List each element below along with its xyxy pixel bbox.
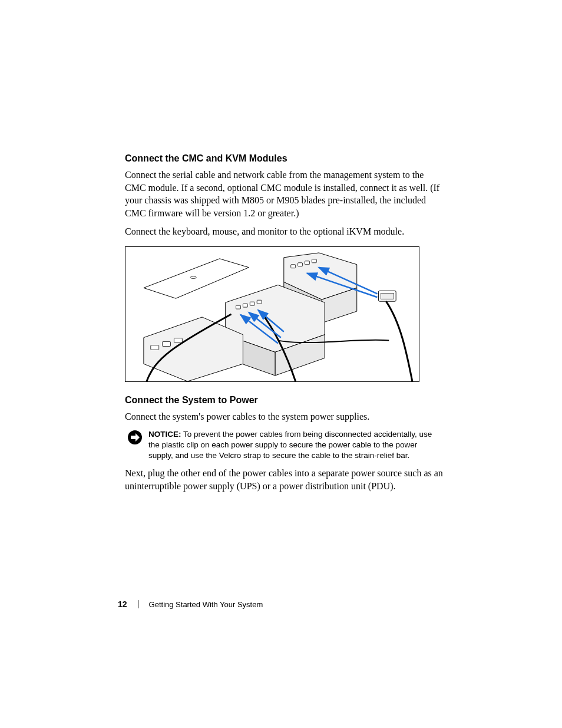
svg-rect-7 xyxy=(305,261,310,265)
heading-connect-cmc-kvm: Connect the CMC and KVM Modules xyxy=(125,153,443,164)
notice-text: NOTICE: To prevent the power cables from… xyxy=(148,429,443,462)
footer-divider xyxy=(138,600,138,608)
svg-rect-13 xyxy=(243,304,247,307)
page-footer: 12 Getting Started With Your System xyxy=(118,599,263,609)
figure-cmc-kvm-diagram xyxy=(125,246,419,382)
svg-rect-17 xyxy=(151,345,159,350)
page-number: 12 xyxy=(118,599,127,609)
svg-marker-0 xyxy=(144,259,249,298)
paragraph-power-2: Next, plug the other end of the power ca… xyxy=(125,467,443,492)
paragraph-cmc-1: Connect the serial cable and network cab… xyxy=(125,169,443,219)
svg-rect-15 xyxy=(257,300,262,304)
svg-rect-21 xyxy=(381,293,394,299)
svg-rect-12 xyxy=(236,305,241,309)
paragraph-cmc-2: Connect the keyboard, mouse, and monitor… xyxy=(125,225,443,238)
notice-block: NOTICE: To prevent the power cables from… xyxy=(125,429,443,462)
notice-label: NOTICE: xyxy=(148,430,181,439)
footer-title: Getting Started With Your System xyxy=(149,600,263,609)
hardware-diagram-svg xyxy=(125,247,419,381)
svg-rect-14 xyxy=(250,302,254,305)
svg-rect-19 xyxy=(174,338,182,343)
notice-body: To prevent the power cables from being d… xyxy=(148,430,432,460)
page-content: Connect the CMC and KVM Modules Connect … xyxy=(125,153,443,498)
svg-rect-8 xyxy=(312,259,316,263)
heading-connect-power: Connect the System to Power xyxy=(125,395,443,406)
svg-rect-5 xyxy=(291,265,296,268)
svg-rect-18 xyxy=(163,342,171,347)
paragraph-power-1: Connect the system's power cables to the… xyxy=(125,410,443,423)
svg-rect-6 xyxy=(298,263,303,266)
notice-arrow-icon xyxy=(127,430,143,445)
